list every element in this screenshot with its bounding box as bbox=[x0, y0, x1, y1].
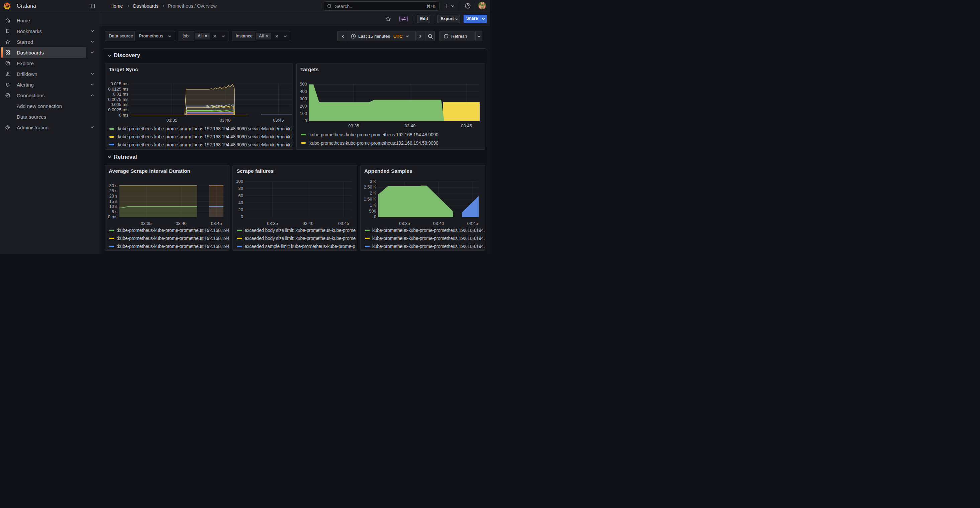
svg-text:03:45: 03:45 bbox=[338, 221, 349, 226]
svg-text:0.015 ms: 0.015 ms bbox=[111, 81, 129, 86]
svg-text:80: 80 bbox=[239, 186, 243, 191]
svg-text:2.50 K: 2.50 K bbox=[364, 184, 376, 189]
svg-text:5 s: 5 s bbox=[112, 209, 118, 214]
svg-text:100: 100 bbox=[236, 179, 243, 184]
svg-text:03:35: 03:35 bbox=[166, 117, 177, 123]
svg-text:1 K: 1 K bbox=[369, 203, 376, 208]
svg-text:200: 200 bbox=[300, 103, 307, 109]
svg-text:300: 300 bbox=[300, 96, 307, 101]
svg-text:03:40: 03:40 bbox=[176, 221, 187, 226]
svg-text:2 K: 2 K bbox=[369, 190, 376, 195]
svg-text:0.01 ms: 0.01 ms bbox=[113, 92, 129, 97]
svg-text:30 s: 30 s bbox=[109, 183, 118, 188]
svg-text:25 s: 25 s bbox=[109, 188, 118, 193]
svg-text:0.0025 ms: 0.0025 ms bbox=[108, 107, 129, 112]
svg-text:0 ms: 0 ms bbox=[108, 214, 118, 219]
svg-text:03:40: 03:40 bbox=[433, 221, 444, 226]
svg-text:400: 400 bbox=[300, 89, 307, 94]
svg-text:03:45: 03:45 bbox=[461, 123, 472, 129]
svg-text:0: 0 bbox=[374, 214, 376, 219]
svg-text:0.005 ms: 0.005 ms bbox=[111, 102, 129, 107]
svg-text:03:35: 03:35 bbox=[348, 123, 359, 129]
svg-text:3 K: 3 K bbox=[369, 179, 376, 184]
svg-text:20: 20 bbox=[239, 207, 243, 212]
svg-text:0: 0 bbox=[305, 118, 307, 123]
svg-text:15 s: 15 s bbox=[109, 199, 118, 204]
svg-text:03:35: 03:35 bbox=[141, 221, 152, 226]
svg-text:0.0075 ms: 0.0075 ms bbox=[108, 97, 129, 102]
svg-text:03:45: 03:45 bbox=[273, 117, 284, 123]
svg-text:100: 100 bbox=[300, 111, 307, 116]
svg-text:03:35: 03:35 bbox=[267, 221, 278, 226]
svg-text:03:35: 03:35 bbox=[399, 221, 410, 226]
svg-text:03:45: 03:45 bbox=[467, 221, 478, 226]
svg-text:40: 40 bbox=[239, 200, 243, 205]
svg-text:03:40: 03:40 bbox=[405, 123, 416, 129]
svg-text:10 s: 10 s bbox=[109, 204, 118, 209]
svg-text:60: 60 bbox=[239, 193, 243, 198]
svg-text:500: 500 bbox=[369, 208, 376, 214]
svg-text:500: 500 bbox=[300, 81, 307, 87]
svg-text:03:40: 03:40 bbox=[303, 221, 314, 226]
svg-text:03:45: 03:45 bbox=[211, 221, 222, 226]
svg-text:0 ms: 0 ms bbox=[119, 113, 129, 117]
svg-text:0.0125 ms: 0.0125 ms bbox=[108, 87, 129, 92]
svg-text:20 s: 20 s bbox=[109, 194, 118, 198]
svg-text:0: 0 bbox=[241, 214, 243, 219]
svg-text:1.50 K: 1.50 K bbox=[364, 197, 376, 202]
svg-text:03:40: 03:40 bbox=[220, 117, 231, 123]
